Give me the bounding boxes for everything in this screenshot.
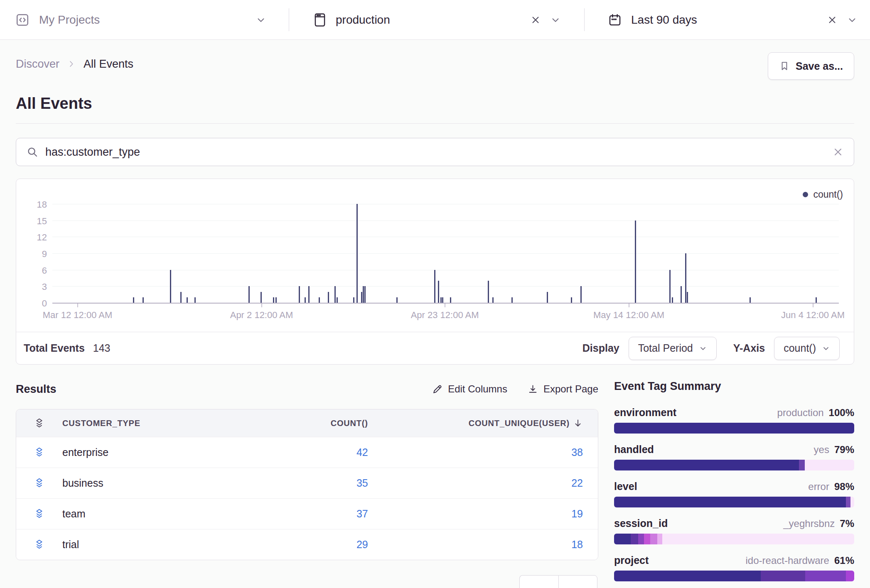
column-header-count[interactable]: COUNT() <box>277 419 368 428</box>
tag-bar[interactable] <box>614 534 854 544</box>
tag-name: session_id <box>614 517 668 529</box>
display-label: Display <box>582 342 619 354</box>
legend-dot-icon <box>803 192 808 197</box>
tag-percent: 7% <box>840 518 854 529</box>
results-table: CUSTOMER_TYPE COUNT() COUNT_UNIQUE(USER) <box>16 409 598 560</box>
tag-name: environment <box>614 407 676 419</box>
tag-percent: 100% <box>829 407 854 419</box>
search-icon <box>26 146 39 158</box>
date-range-selector[interactable]: Last 90 days <box>585 0 870 39</box>
stack-icon[interactable] <box>34 478 45 489</box>
cell-count-unique-link[interactable]: 22 <box>571 477 583 489</box>
tag-top-value: production <box>777 407 824 419</box>
breadcrumb-current: All Events <box>84 58 133 71</box>
column-header-count-unique[interactable]: COUNT_UNIQUE(USER) <box>368 418 583 428</box>
events-chart-panel: count() 0369121518 Mar 12 12:00 AMApr 2 … <box>16 179 854 365</box>
export-page-button[interactable]: Export Page <box>527 383 598 395</box>
tag-name: level <box>614 480 637 492</box>
y-axis: 0369121518 <box>18 205 47 304</box>
search-bar[interactable] <box>16 138 854 166</box>
cell-count-link[interactable]: 29 <box>277 539 368 551</box>
tag-bar[interactable] <box>614 423 854 434</box>
yaxis-label: Y-Axis <box>733 342 765 354</box>
tag-top-value: yes <box>814 444 829 456</box>
environment-selector[interactable]: production <box>289 0 584 39</box>
tag-top-value: ido-react-hardware <box>746 555 829 566</box>
tag-name: handled <box>614 443 654 456</box>
save-as-button[interactable]: Save as... <box>768 52 854 80</box>
export-page-label: Export Page <box>543 383 598 395</box>
tag-item-environment: environment production 100% <box>614 407 854 434</box>
projects-icon <box>15 12 30 27</box>
tag-item-session-id: session_id _yeghrsbnz 7% <box>614 517 854 544</box>
tag-top-value: _yeghrsbnz <box>783 518 835 529</box>
previous-page-button[interactable] <box>519 575 558 588</box>
tag-percent: 61% <box>834 555 854 566</box>
cell-customer-type: trial <box>62 539 79 551</box>
table-header-row: CUSTOMER_TYPE COUNT() COUNT_UNIQUE(USER) <box>16 409 598 437</box>
breadcrumb: Discover All Events <box>16 56 854 72</box>
breadcrumb-discover-link[interactable]: Discover <box>16 58 59 71</box>
bookmark-icon <box>779 61 790 71</box>
save-as-label: Save as... <box>796 60 843 72</box>
total-events-label: Total Events <box>24 342 85 354</box>
chart-footer: Total Events 143 Display Total Period Y-… <box>16 332 854 364</box>
environment-selector-label: production <box>336 13 390 27</box>
column-header-count-unique-label: COUNT_UNIQUE(USER) <box>469 419 570 428</box>
yaxis-dropdown[interactable]: count() <box>774 337 840 360</box>
tag-bar[interactable] <box>614 497 854 507</box>
chevron-down-icon[interactable] <box>256 15 266 25</box>
cell-count-unique-link[interactable]: 19 <box>571 508 583 520</box>
chevron-down-icon <box>699 344 707 353</box>
window-icon <box>313 12 327 27</box>
tag-item-project: project ido-react-hardware 61% <box>614 554 854 581</box>
next-page-button[interactable] <box>558 575 597 588</box>
project-selector[interactable]: My Projects <box>0 0 289 39</box>
tag-bar[interactable] <box>614 460 854 470</box>
chevron-down-icon[interactable] <box>847 15 858 25</box>
pencil-icon <box>432 384 443 395</box>
download-icon <box>527 384 538 395</box>
cell-customer-type: team <box>62 508 86 520</box>
cell-customer-type: enterprise <box>62 446 108 458</box>
date-range-label: Last 90 days <box>631 13 697 27</box>
top-bar: My Projects production <box>0 0 870 40</box>
edit-columns-button[interactable]: Edit Columns <box>432 383 507 395</box>
table-row: trial 29 18 <box>16 529 598 560</box>
cell-count-link[interactable]: 37 <box>277 508 368 520</box>
clear-environment-icon[interactable] <box>530 15 541 25</box>
search-input[interactable] <box>45 146 832 159</box>
tag-summary-heading: Event Tag Summary <box>614 380 854 397</box>
chart-legend: count() <box>803 189 843 200</box>
cell-count-unique-link[interactable]: 18 <box>571 539 583 551</box>
tag-name: project <box>614 554 649 566</box>
chevron-down-icon[interactable] <box>550 15 561 25</box>
stack-icon[interactable] <box>34 508 45 519</box>
tag-item-level: level error 98% <box>614 480 854 507</box>
tag-bar[interactable] <box>614 571 854 581</box>
tag-percent: 98% <box>834 481 854 492</box>
cell-count-link[interactable]: 35 <box>277 477 368 489</box>
column-header-customer-type[interactable]: CUSTOMER_TYPE <box>62 419 140 428</box>
yaxis-dropdown-value: count() <box>784 342 816 354</box>
tag-item-handled: handled yes 79% <box>614 443 854 470</box>
stack-icon[interactable] <box>34 539 45 550</box>
edit-columns-label: Edit Columns <box>448 383 507 395</box>
display-dropdown[interactable]: Total Period <box>629 337 717 360</box>
stack-icon[interactable] <box>34 447 45 458</box>
chart-plot[interactable] <box>52 205 839 304</box>
x-axis: Mar 12 12:00 AMApr 2 12:00 AMApr 23 12:0… <box>52 310 839 322</box>
cell-count-unique-link[interactable]: 38 <box>571 446 583 458</box>
calendar-icon <box>608 13 622 27</box>
event-tag-summary: Event Tag Summary environment production… <box>614 380 854 581</box>
cell-count-link[interactable]: 42 <box>277 446 368 458</box>
project-selector-label: My Projects <box>39 13 100 27</box>
chevron-down-icon <box>822 344 830 353</box>
cell-customer-type: business <box>62 477 103 489</box>
clear-date-range-icon[interactable] <box>827 15 838 25</box>
stack-icon[interactable] <box>34 418 45 429</box>
clear-search-icon[interactable] <box>832 146 844 158</box>
tag-top-value: error <box>808 481 829 492</box>
table-row: business 35 22 <box>16 468 598 498</box>
tag-percent: 79% <box>834 444 854 456</box>
